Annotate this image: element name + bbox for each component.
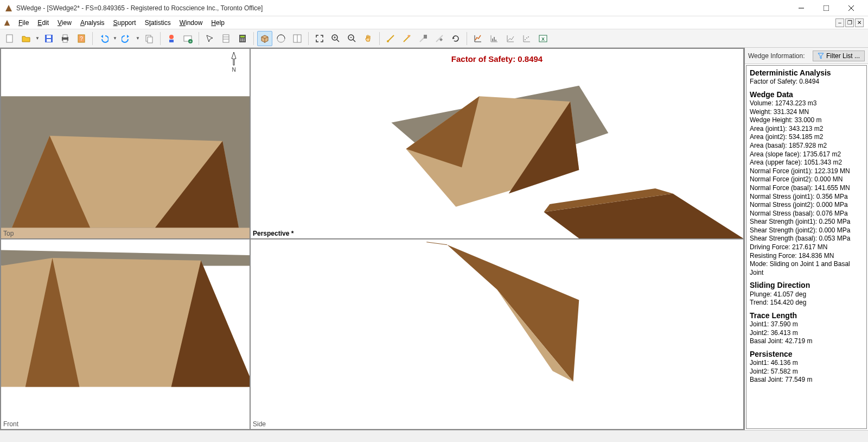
statusbar	[0, 430, 868, 442]
menu-analysis[interactable]: Analysis	[76, 18, 109, 28]
sidebar-wedge-info: Wedge Information: Filter List ... Deter…	[744, 48, 868, 430]
content-area: N Top Factor of Safety: 0.8494 Perspecti…	[0, 48, 868, 430]
svg-marker-62	[1, 228, 250, 238]
menu-statistics[interactable]: Statistics	[141, 18, 175, 28]
viewport-front[interactable]: Front	[1, 239, 250, 430]
filter-list-button[interactable]: Filter List ...	[813, 50, 865, 61]
chart-line-button[interactable]	[470, 31, 486, 46]
edit-bolt-button[interactable]	[399, 31, 414, 46]
export-excel-button[interactable]: X	[535, 31, 551, 46]
svg-rect-16	[148, 37, 152, 43]
bolt-props-button[interactable]	[432, 31, 447, 46]
select-button[interactable]	[202, 31, 218, 46]
view-stereo-button[interactable]	[273, 31, 289, 46]
wedge-data-header: Wedge Data	[750, 90, 863, 99]
menu-support[interactable]: Support	[109, 18, 141, 28]
new-button[interactable]	[2, 31, 17, 46]
sheet-button[interactable]	[219, 31, 234, 46]
filter-icon	[818, 53, 824, 59]
info-line: Wedge Height: 33.000 m	[750, 116, 863, 125]
svg-rect-28	[242, 39, 243, 40]
mdi-minimize[interactable]: –	[835, 18, 844, 27]
info-line: Weight: 331.324 MN	[750, 108, 863, 117]
open-dropdown[interactable]: ▼	[35, 36, 40, 41]
svg-line-48	[436, 35, 443, 42]
redo-button[interactable]	[119, 31, 134, 46]
info-line: Shear Strength (joint1): 0.250 MPa	[750, 218, 863, 226]
menu-file[interactable]: File	[14, 18, 33, 28]
info-line: Trend: 154.420 deg	[750, 299, 863, 307]
toolbar: ▼ ? ▼ ▼ + X	[0, 29, 868, 48]
svg-rect-26	[240, 36, 245, 37]
undo-button[interactable]	[96, 31, 111, 46]
menu-view[interactable]: View	[53, 18, 76, 28]
info-line: Basal Joint: 77.549 m	[750, 376, 863, 384]
copy-button[interactable]	[142, 31, 157, 46]
svg-rect-22	[223, 35, 229, 42]
svg-rect-6	[7, 35, 12, 42]
info-line: Resisting Force: 184.836 MN	[750, 252, 863, 261]
svg-rect-27	[240, 39, 241, 40]
svg-rect-51	[495, 40, 496, 41]
svg-point-17	[169, 35, 174, 39]
app-icon	[4, 4, 13, 12]
analysis-header: Deterministic Analysis	[750, 68, 863, 78]
info-line: Joint2: 57.582 m	[750, 368, 863, 376]
bolt-button[interactable]	[383, 31, 398, 46]
viewport-side[interactable]: Side	[250, 239, 744, 430]
rotate-button[interactable]	[448, 31, 463, 46]
save-button[interactable]	[41, 31, 56, 46]
print-button[interactable]	[58, 31, 73, 46]
view-3d-button[interactable]	[257, 31, 272, 46]
input-data-button[interactable]	[164, 31, 179, 46]
info-line: Area (joint2): 534.185 m2	[750, 133, 863, 142]
chart-scatter-button[interactable]	[503, 31, 518, 46]
redo-dropdown[interactable]: ▼	[135, 36, 141, 41]
maximize-button[interactable]	[814, 0, 839, 16]
open-button[interactable]	[18, 31, 34, 46]
viewport-front-label: Front	[3, 420, 18, 428]
delete-bolt-button[interactable]	[416, 31, 431, 46]
svg-rect-11	[63, 35, 67, 37]
svg-marker-5	[4, 20, 10, 26]
mdi-restore[interactable]: ❐	[845, 18, 854, 27]
north-arrow-icon: N	[229, 51, 239, 73]
menu-window[interactable]: Window	[175, 18, 207, 28]
menu-edit[interactable]: Edit	[33, 18, 53, 28]
trace-header: Trace Length	[750, 311, 863, 320]
viewport-side-label: Side	[253, 420, 266, 428]
info-line: Normal Force (joint1): 122.319 MN	[750, 167, 863, 176]
zoom-out-button[interactable]	[344, 31, 360, 46]
svg-line-37	[337, 40, 339, 42]
info-line: Driving Force: 217.617 MN	[750, 243, 863, 252]
titlebar: SWedge - [SWedge2* - FS=0.849365 - Regis…	[0, 0, 868, 16]
chart-cum-button[interactable]	[519, 31, 534, 46]
svg-rect-31	[242, 40, 243, 41]
info-line: Normal Stress (joint2): 0.000 MPa	[750, 201, 863, 210]
svg-rect-29	[244, 39, 245, 40]
info-body[interactable]: Deterministic Analysis Factor of Safety:…	[746, 65, 867, 429]
info-line: Basal Joint: 42.719 m	[750, 337, 863, 346]
undo-dropdown[interactable]: ▼	[112, 36, 118, 41]
pan-button[interactable]	[361, 31, 376, 46]
add-button[interactable]: +	[180, 31, 195, 46]
close-button[interactable]	[839, 0, 864, 16]
menu-help[interactable]: Help	[207, 18, 229, 28]
view-split-button[interactable]	[290, 31, 305, 46]
minimize-button[interactable]	[789, 0, 814, 16]
info-line: Normal Force (joint2): 0.000 MN	[750, 175, 863, 184]
svg-rect-18	[169, 40, 174, 42]
mdi-close[interactable]: ✕	[855, 18, 864, 27]
help-button[interactable]: ?	[74, 31, 89, 46]
svg-rect-32	[244, 40, 245, 41]
viewport-perspective[interactable]: Factor of Safety: 0.8494 Perspective *	[250, 48, 744, 239]
svg-rect-30	[240, 40, 241, 41]
chart-bar-button[interactable]	[487, 31, 502, 46]
info-line: Volume: 12743.223 m3	[750, 99, 863, 108]
zoom-extents-button[interactable]	[312, 31, 327, 46]
zoom-in-button[interactable]	[328, 31, 343, 46]
mdi-controls: – ❐ ✕	[835, 18, 866, 27]
compute-button[interactable]	[235, 31, 250, 46]
viewport-top[interactable]: N Top	[1, 48, 250, 239]
sliding-header: Sliding Direction	[750, 280, 863, 290]
